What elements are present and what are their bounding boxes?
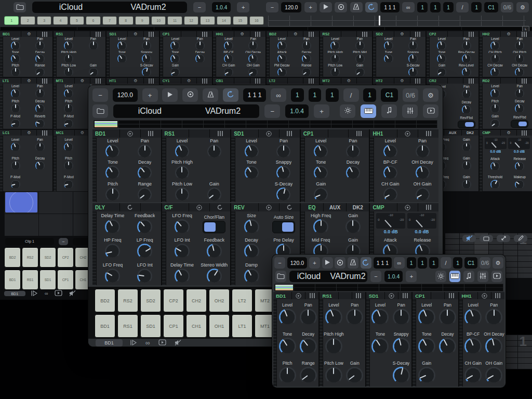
pan-knob[interactable] <box>439 309 456 326</box>
attack-knob[interactable] <box>490 162 500 171</box>
pad-bd2[interactable]: BD2 <box>95 289 115 312</box>
mixer-icon[interactable] <box>418 129 438 138</box>
gain-knob[interactable] <box>314 188 328 202</box>
oh-gain-knob[interactable] <box>416 188 430 202</box>
gain-knob[interactable] <box>345 219 361 234</box>
pan-knob[interactable] <box>142 41 151 50</box>
pan-knob[interactable] <box>207 144 221 158</box>
bp-cf-knob[interactable] <box>224 54 233 63</box>
tone-knob[interactable] <box>314 166 328 180</box>
loop-infinity-button[interactable]: ∞ <box>45 291 48 296</box>
mixer-icon[interactable] <box>491 292 504 299</box>
delay-time-knob[interactable] <box>175 269 190 284</box>
step-count-button[interactable]: 0/6 <box>403 88 418 102</box>
tab-eq[interactable]: EQ <box>301 203 323 211</box>
step-12[interactable]: 12 <box>184 16 198 25</box>
ch-pitch-knob[interactable] <box>490 54 500 63</box>
pad-sd1[interactable]: SD1 <box>39 270 56 290</box>
key-display[interactable]: C1 <box>381 88 398 102</box>
mixer-icon[interactable] <box>37 78 52 84</box>
range-knob[interactable] <box>138 188 152 202</box>
tab-dk2[interactable]: DK2 <box>462 130 479 136</box>
pitch-knob[interactable] <box>279 367 296 384</box>
play-icon[interactable] <box>397 203 418 211</box>
grid-draw-button[interactable] <box>514 235 527 242</box>
version-display[interactable]: 1.0.4 <box>212 2 231 12</box>
settings-button[interactable]: ⚙ <box>516 2 529 12</box>
xy-pad-active-cell[interactable] <box>5 192 37 212</box>
mixer-icon[interactable] <box>197 78 212 84</box>
loop-infinity-button[interactable]: ∞ <box>145 339 150 347</box>
step-11[interactable]: 11 <box>167 16 182 25</box>
mixer-icon[interactable] <box>90 78 105 84</box>
gear-icon[interactable]: ⚙ <box>128 31 143 37</box>
stereo-width-knob[interactable] <box>207 269 222 284</box>
feedback-knob[interactable] <box>207 244 222 259</box>
level-knob[interactable] <box>224 41 233 50</box>
size-knob[interactable] <box>244 219 259 234</box>
files-button[interactable] <box>92 104 108 118</box>
step-play-button[interactable] <box>130 338 137 347</box>
pan-knob[interactable] <box>355 41 365 50</box>
damp-knob[interactable] <box>244 269 259 284</box>
gear-icon[interactable]: ⚙ <box>501 31 516 37</box>
pan-knob[interactable] <box>515 41 524 50</box>
tempo-display[interactable]: 120.0 <box>113 88 138 102</box>
step-16[interactable]: 16 <box>249 16 264 25</box>
gain-knob[interactable] <box>355 68 365 77</box>
pan-knob[interactable] <box>35 142 45 152</box>
bp-cf-knob[interactable] <box>383 166 397 180</box>
level-knob[interactable] <box>64 142 73 152</box>
lfo-int-knob[interactable] <box>137 269 152 284</box>
level-knob[interactable] <box>384 41 393 50</box>
pan-knob[interactable] <box>346 144 360 158</box>
pads-view-button[interactable] <box>449 271 460 282</box>
pan-knob[interactable] <box>276 144 290 158</box>
decay-knob[interactable] <box>35 161 45 170</box>
lfo-int-knob[interactable] <box>175 244 190 259</box>
settings-button[interactable]: ⚙ <box>423 88 438 102</box>
range-knob[interactable] <box>300 367 317 384</box>
play-icon[interactable] <box>259 129 279 138</box>
pan-knob[interactable] <box>248 41 258 50</box>
feedback-knob[interactable] <box>137 219 152 234</box>
level-knob[interactable] <box>64 89 73 98</box>
delay-time-knob[interactable] <box>105 219 120 234</box>
pad-bd1[interactable]: BD1 <box>4 270 21 290</box>
current-pad-display[interactable]: BD1 <box>96 339 123 347</box>
decay-knob[interactable] <box>35 104 45 113</box>
step-9[interactable]: 9 <box>135 16 150 25</box>
division-display[interactable]: 1 <box>453 257 462 269</box>
version-decrement-button[interactable]: − <box>370 271 381 282</box>
play-icon[interactable] <box>259 203 279 211</box>
level-knob[interactable] <box>437 41 446 50</box>
gain-knob[interactable] <box>89 68 98 77</box>
gain-knob[interactable] <box>462 142 471 152</box>
version-increment-button[interactable]: + <box>314 104 329 118</box>
pm-decay-knob[interactable] <box>277 68 287 77</box>
gear-icon[interactable]: ⚙ <box>75 130 90 136</box>
step-5[interactable]: 5 <box>70 16 84 25</box>
counter-display[interactable]: 1 <box>429 257 438 269</box>
mixer-icon[interactable] <box>280 129 300 138</box>
p-mod-knob[interactable] <box>11 180 20 189</box>
step-14[interactable]: 14 <box>217 16 231 25</box>
tab-dk2[interactable]: DK2 <box>347 203 369 211</box>
s-decay-knob[interactable] <box>408 68 418 77</box>
version-display[interactable]: 1.0.4 <box>285 104 309 118</box>
bp-cf-knob[interactable] <box>464 338 482 355</box>
reverb-knob[interactable] <box>35 119 45 128</box>
release-knob[interactable] <box>515 162 524 171</box>
tempo-decrement-button[interactable]: − <box>274 257 285 269</box>
mixer-icon[interactable] <box>90 31 105 37</box>
loop-icon[interactable] <box>280 203 300 211</box>
grid-mute-button[interactable] <box>462 235 476 242</box>
gain-knob[interactable] <box>207 188 221 202</box>
position-display[interactable]: 1 1 1 <box>380 2 399 12</box>
pitch-knob[interactable] <box>11 68 20 77</box>
brightness-button[interactable] <box>435 271 446 282</box>
decay-knob[interactable] <box>346 166 360 180</box>
rev-decay-knob[interactable] <box>462 54 471 63</box>
level-knob[interactable] <box>11 89 20 98</box>
loop-button[interactable] <box>223 88 238 102</box>
